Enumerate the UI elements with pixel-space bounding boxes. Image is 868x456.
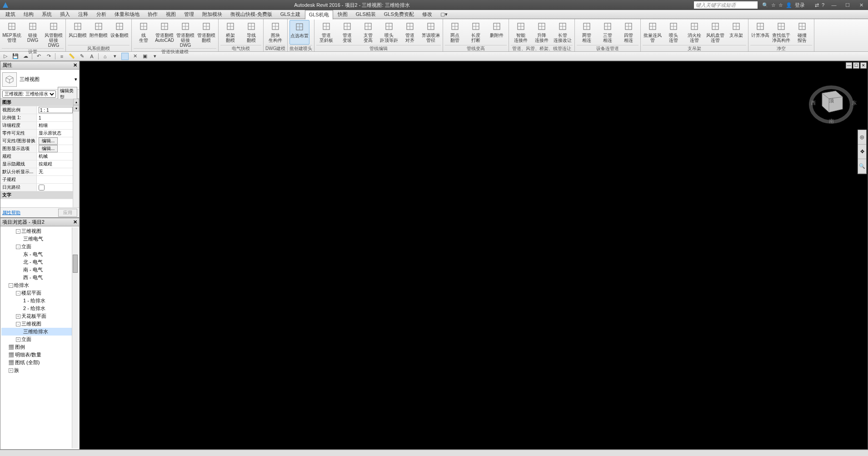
view-minimize-icon[interactable]: —: [846, 62, 852, 69]
tab-15[interactable]: GLS精装: [352, 10, 379, 19]
ribbon-btn-9-2[interactable]: 四管 相连: [619, 20, 639, 45]
ribbon-btn-6-5[interactable]: 算该喷淋 管径: [421, 20, 441, 45]
tab-8[interactable]: 视图: [162, 10, 180, 19]
tree-node[interactable]: 北 - 电气: [1, 258, 72, 266]
tree-node[interactable]: 南 - 电气: [1, 266, 72, 274]
ribbon-btn-3-1[interactable]: 导线 翻模: [241, 20, 261, 45]
tree-node[interactable]: ▦ 图例: [1, 343, 72, 351]
ribbon-btn-2-2[interactable]: 管道翻模 链接DWG: [175, 20, 195, 48]
ribbon-btn-4-0[interactable]: 图块 生构件: [265, 20, 285, 45]
apply-button[interactable]: 应用: [58, 209, 77, 217]
tree-expand-icon[interactable]: +: [16, 337, 20, 342]
text-icon[interactable]: A: [88, 53, 95, 60]
close-views-icon[interactable]: ✕: [131, 53, 139, 60]
ribbon-btn-8-0[interactable]: 智能 连接件: [511, 20, 531, 45]
ribbon-btn-1-0[interactable]: 风口翻模: [68, 20, 88, 45]
redo-icon[interactable]: ↷: [45, 53, 52, 60]
scroll-up-icon[interactable]: ▴: [73, 99, 79, 105]
prop-value[interactable]: 编辑...: [37, 145, 73, 152]
new-icon[interactable]: ▷: [2, 53, 9, 60]
prop-group-header[interactable]: 图形: [0, 99, 73, 106]
tree-expand-icon[interactable]: +: [9, 368, 13, 373]
tab-1[interactable]: 结构: [20, 10, 37, 19]
prop-value[interactable]: 按规程: [37, 160, 73, 168]
3d-icon[interactable]: ⌂: [101, 53, 109, 60]
tab-7[interactable]: 协作: [144, 10, 161, 19]
tree-node[interactable]: +天花板平面: [1, 312, 72, 320]
zoom-icon[interactable]: 🔍: [858, 159, 866, 174]
tab-2[interactable]: 系统: [38, 10, 55, 19]
ribbon-btn-9-1[interactable]: 三管 相连: [598, 20, 618, 45]
measure-icon[interactable]: 📏: [68, 53, 75, 60]
ribbon-btn-10-0[interactable]: 批量连风管: [643, 20, 663, 45]
thin-lines-toggle[interactable]: [121, 53, 129, 60]
steering-wheel-icon[interactable]: ◎: [858, 130, 866, 145]
properties-scrollbar[interactable]: ▴ ▾: [73, 99, 79, 207]
tree-node[interactable]: 三维电气: [1, 235, 72, 243]
ribbon-btn-0-1[interactable]: 链接 DWG: [23, 20, 43, 48]
tab-3[interactable]: 插入: [56, 10, 74, 19]
ribbon-btn-7-0[interactable]: 两点 翻管: [445, 20, 465, 45]
prop-value[interactable]: [37, 106, 73, 114]
ribbon-btn-6-4[interactable]: 管道 对齐: [400, 20, 420, 45]
tree-node[interactable]: +立面: [1, 336, 72, 343]
exchange-icon[interactable]: ⇄: [815, 2, 819, 8]
prop-value[interactable]: [37, 184, 73, 191]
ribbon-btn-8-2[interactable]: 长管 连接改让: [553, 20, 573, 45]
prop-value[interactable]: 无: [37, 168, 73, 175]
tab-0[interactable]: 建筑: [2, 10, 19, 19]
properties-close-icon[interactable]: ✕: [73, 62, 77, 68]
tab-11[interactable]: 衡视山快模-免费版: [227, 10, 276, 19]
tree-node[interactable]: 2 - 给排水: [1, 305, 72, 312]
tree-node[interactable]: 东 - 电气: [1, 251, 72, 258]
login-label[interactable]: 登录: [795, 2, 805, 9]
ribbon-btn-0-0[interactable]: MEP系统 管理: [2, 20, 22, 48]
prop-value[interactable]: 精细: [37, 122, 73, 129]
tab-17[interactable]: 修改: [419, 10, 436, 19]
prop-value[interactable]: 显示原状态: [37, 130, 73, 137]
section-icon[interactable]: ▾: [111, 53, 119, 60]
browser-close-icon[interactable]: ✕: [73, 219, 77, 225]
ribbon-btn-11-1[interactable]: 查找低于 净高构件: [771, 20, 791, 45]
ribbon-btn-5-0[interactable]: 点选布置: [289, 20, 309, 45]
navigation-bar[interactable]: ◎ ✥ 🔍: [858, 130, 867, 174]
align-icon[interactable]: ≡: [58, 53, 65, 60]
minimize-button[interactable]: —: [827, 0, 841, 10]
tab-13[interactable]: GLS机电: [305, 10, 333, 20]
tree-node[interactable]: -给排水: [1, 281, 72, 289]
user-icon[interactable]: 👤: [786, 2, 792, 8]
tree-node[interactable]: -楼层平面: [1, 289, 72, 297]
tree-node[interactable]: +族: [1, 366, 72, 374]
tree-expand-icon[interactable]: -: [16, 291, 20, 296]
ribbon-btn-6-3[interactable]: 喷头 距顶等距: [379, 20, 399, 45]
ribbon-btn-11-2[interactable]: 碰撞 报告: [792, 20, 812, 45]
properties-help-link[interactable]: 属性帮助: [2, 210, 20, 216]
help-search-input[interactable]: 键入关键字或短语: [694, 1, 758, 9]
close-button[interactable]: ✕: [854, 0, 868, 10]
tab-14[interactable]: 快图: [334, 10, 351, 19]
tree-expand-icon[interactable]: -: [16, 245, 20, 249]
ribbon-btn-10-2[interactable]: 消火栓 连管: [684, 20, 704, 45]
ribbon-btn-7-2[interactable]: 删附件: [487, 20, 507, 45]
star-icon[interactable]: ☆: [771, 2, 776, 8]
switch-win-icon[interactable]: ▣: [141, 53, 149, 60]
tab-4[interactable]: 注释: [75, 10, 92, 19]
view-cube[interactable]: 顶 南 东 西: [808, 80, 854, 125]
ribbon-btn-11-0[interactable]: 计算净高: [750, 20, 770, 45]
undo-icon[interactable]: ↶: [35, 53, 42, 60]
qat-dropdown-icon[interactable]: ▾: [151, 53, 159, 60]
favorite-icon[interactable]: ☆: [778, 2, 783, 8]
tree-node[interactable]: 西 - 电气: [1, 274, 72, 281]
type-dropdown-icon[interactable]: ▾: [75, 76, 77, 82]
tree-node[interactable]: -三维视图: [1, 320, 72, 328]
tab-16[interactable]: GLS免费资配: [380, 10, 418, 19]
ribbon-btn-0-2[interactable]: 风管翻模 链接DWG: [44, 20, 64, 48]
ribbon-btn-10-1[interactable]: 喷头 连管: [663, 20, 683, 45]
search-icon[interactable]: 🔍: [762, 2, 768, 8]
tree-node[interactable]: 三维给排水: [1, 328, 72, 336]
tree-expand-icon[interactable]: -: [16, 229, 20, 234]
ribbon-btn-3-0[interactable]: 桥架 翻模: [220, 20, 240, 45]
open-icon[interactable]: ☁: [22, 53, 29, 60]
scroll-down-icon[interactable]: ▾: [73, 105, 79, 111]
ribbon-btn-6-0[interactable]: 管道 至斜板: [316, 20, 336, 45]
